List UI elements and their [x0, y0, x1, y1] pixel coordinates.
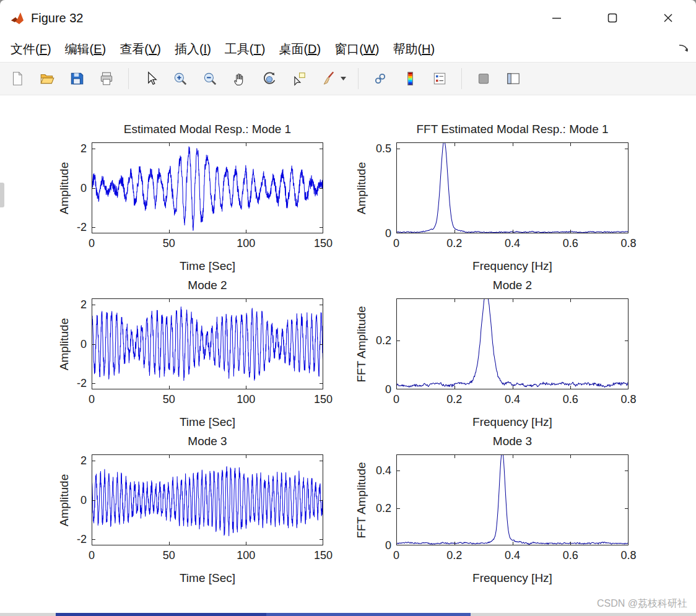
x-tick-label: 0.2: [446, 549, 462, 562]
menu-item-edit[interactable]: 编辑(E): [58, 38, 113, 60]
save-figure-icon[interactable]: [67, 69, 87, 89]
zoom-in-icon[interactable]: [170, 69, 190, 89]
plot-title: Mode 2: [54, 279, 360, 292]
x-axis-label: Time [Sec]: [92, 259, 323, 273]
print-figure-icon[interactable]: [97, 69, 116, 89]
plot-title: Mode 2: [359, 279, 666, 292]
new-figure-icon[interactable]: [7, 69, 27, 89]
subplot-mode3-fft: Mode 3 FFT Amplitude Frequency [Hz] 00.2…: [396, 454, 629, 545]
x-tick-label: 150: [314, 393, 333, 406]
plot-title: Mode 3: [54, 435, 360, 448]
menu-item-tools[interactable]: 工具(T): [218, 38, 272, 60]
y-axis-label: FFT Amplitude: [355, 462, 368, 538]
y-tick-label: 0: [385, 383, 391, 396]
insert-legend-icon[interactable]: [430, 69, 450, 89]
y-tick-label: 0: [80, 337, 87, 350]
y-tick-label: -2: [77, 221, 87, 234]
subplot-mode2-fft: Mode 2 FFT Amplitude Frequency [Hz] 00.2…: [396, 298, 629, 389]
figure-canvas: Estimated Modal Resp.: Mode 1 Amplitude …: [0, 95, 696, 613]
x-axis-label: Frequency [Hz]: [396, 259, 629, 273]
x-tick-label: 0.4: [505, 393, 520, 406]
menu-item-desktop[interactable]: 桌面(D): [272, 38, 328, 60]
show-plot-tools-icon[interactable]: [503, 69, 523, 89]
menu-item-window[interactable]: 窗口(W): [328, 38, 386, 60]
window-controls: [529, 0, 696, 36]
menu-item-view[interactable]: 查看(V): [113, 38, 168, 60]
y-tick-label: 0: [385, 539, 391, 552]
x-tick-label: 0: [393, 393, 399, 406]
menu-item-help[interactable]: 帮助(H): [386, 38, 442, 60]
link-plot-icon[interactable]: [370, 69, 390, 89]
background-window-edge: [0, 613, 696, 616]
pan-icon[interactable]: [230, 69, 250, 89]
close-button[interactable]: [640, 0, 696, 36]
y-tick-label: 0.5: [376, 142, 391, 155]
plot-title: FFT Estimated Modal Resp.: Mode 1: [359, 123, 666, 136]
zoom-out-icon[interactable]: [200, 69, 220, 89]
x-tick-label: 150: [314, 549, 333, 562]
maximize-button[interactable]: [585, 0, 640, 36]
background-artifact: [0, 183, 4, 207]
y-tick-label: 0: [385, 227, 391, 240]
hide-plot-tools-icon[interactable]: [474, 69, 494, 89]
x-tick-label: 0.4: [505, 549, 520, 562]
x-axis-label: Frequency [Hz]: [396, 415, 629, 429]
x-tick-label: 0.6: [563, 237, 578, 250]
y-axis-label: Amplitude: [58, 318, 71, 370]
x-tick-label: 0: [393, 549, 399, 562]
plot-area-mode3-time[interactable]: [92, 454, 323, 545]
x-tick-label: 50: [163, 549, 175, 562]
subplot-mode1-fft: FFT Estimated Modal Resp.: Mode 1 Amplit…: [396, 142, 629, 233]
rotate-3d-icon[interactable]: [259, 69, 279, 89]
x-tick-label: 100: [237, 393, 255, 406]
menu-item-file[interactable]: 文件(F): [4, 38, 58, 60]
x-tick-label: 0: [393, 237, 399, 250]
x-tick-label: 0.8: [620, 393, 636, 406]
x-tick-label: 0.8: [620, 549, 636, 562]
y-axis-label: FFT Amplitude: [355, 306, 368, 382]
x-tick-label: 0: [89, 549, 95, 562]
x-tick-label: 0.2: [446, 393, 462, 406]
y-axis-label: Amplitude: [58, 162, 71, 214]
edit-plot-icon[interactable]: [141, 69, 160, 89]
brush-dropdown-icon[interactable]: [340, 69, 346, 89]
background-window-bar: [56, 613, 266, 616]
x-tick-label: 0: [89, 393, 95, 406]
y-tick-label: 2: [80, 142, 87, 155]
window-title: Figure 32: [31, 11, 84, 25]
insert-colorbar-icon[interactable]: [400, 69, 420, 89]
plot-area-mode3-fft[interactable]: [396, 454, 629, 545]
watermark: CSDN @荔枝科研社: [597, 597, 687, 610]
x-tick-label: 50: [163, 393, 175, 406]
plot-area-mode2-fft[interactable]: [396, 298, 629, 389]
data-cursor-icon[interactable]: [289, 69, 309, 89]
dock-figure-icon[interactable]: [677, 43, 690, 54]
y-tick-label: -2: [77, 533, 87, 546]
y-tick-label: 0: [80, 493, 87, 506]
minimize-button[interactable]: [529, 0, 585, 36]
x-tick-label: 0.4: [505, 237, 520, 250]
x-tick-label: 0.6: [563, 393, 578, 406]
toolbar-separator: [128, 68, 129, 89]
y-tick-label: 0: [80, 181, 87, 194]
plot-area-mode2-time[interactable]: [92, 298, 323, 389]
toolbar: [0, 62, 696, 95]
y-tick-label: 0.4: [376, 464, 391, 477]
open-file-icon[interactable]: [37, 69, 57, 89]
subplot-mode1-time: Estimated Modal Resp.: Mode 1 Amplitude …: [92, 142, 323, 233]
x-tick-label: 50: [163, 237, 175, 250]
y-tick-label: 2: [80, 298, 87, 311]
x-tick-label: 0.2: [446, 237, 462, 250]
plot-area-mode1-fft[interactable]: [396, 142, 629, 233]
menu-item-insert[interactable]: 插入(I): [168, 38, 218, 60]
matlab-app-icon: [10, 11, 25, 25]
title-bar: Figure 32: [0, 0, 696, 36]
x-axis-label: Time [Sec]: [92, 415, 323, 429]
subplot-mode3-time: Mode 3 Amplitude Time [Sec] 050100150-20…: [92, 454, 323, 545]
subplot-mode2-time: Mode 2 Amplitude Time [Sec] 050100150-20…: [92, 298, 323, 389]
plot-area-mode1-time[interactable]: [92, 142, 323, 233]
y-tick-label: -2: [77, 377, 87, 390]
matlab-figure-window: Figure 32 文件(F)编辑(E)查看(V)插入(I)工具(T)桌面(D)…: [0, 0, 696, 616]
plot-title: Mode 3: [359, 435, 666, 448]
brush-icon[interactable]: [319, 69, 339, 89]
